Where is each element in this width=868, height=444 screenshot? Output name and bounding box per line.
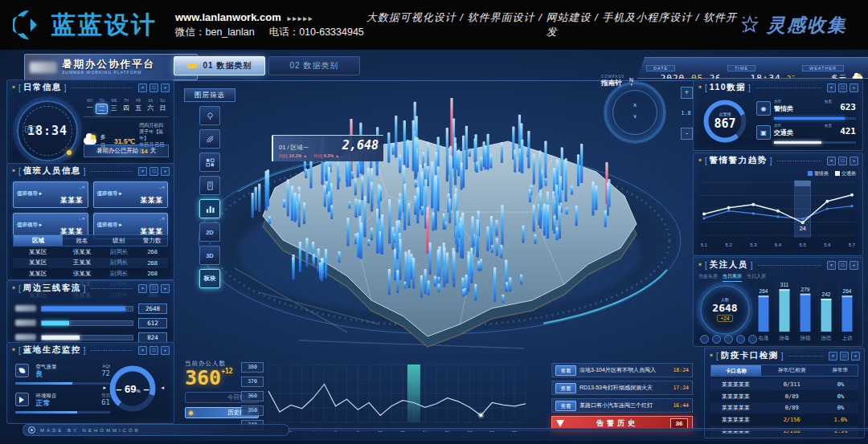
phone-number: 电话：010-63334945 [269,26,364,38]
weekday-cell[interactable]: SU日 [157,99,169,114]
window-icon[interactable]: □ [149,346,158,355]
expand-icon[interactable]: + [161,167,170,176]
svg-text:264: 264 [760,288,768,294]
weekday-cell[interactable]: MO一 [84,99,96,114]
focus-tab-当前在所[interactable]: 当前在所 [698,273,718,282]
window-icon[interactable]: □ [838,157,847,165]
duty-card[interactable]: 值班领导‥×某某某 [13,181,88,208]
table-row[interactable]: 某某区张某某副局长268 [13,246,168,258]
flow-bar-row: 612 [15,318,167,328]
grid-icon[interactable] [199,153,220,172]
bar-chart-icon[interactable] [199,199,220,218]
expand-icon[interactable]: + [850,261,858,270]
meridiem-label: PM [25,126,36,132]
signal-icon[interactable] [199,129,220,149]
office-line-chart: 0246810121416182022 [265,361,530,438]
panel-alarm-trend: ✶[ 警情警力趋势] ×□+ 警情类交通类 245.15.25.35.45.55… [693,153,863,256]
star-icon [739,14,760,35]
inspiration-collect[interactable]: 灵感收集 [739,13,847,38]
flow-bar-row: 824 [15,332,167,342]
table-row[interactable]: 某某区张某某副局长268 [13,268,168,279]
eco-gauge-value: – 69% – [109,365,156,412]
layer-button-3D[interactable]: 3D [199,246,220,265]
alert-row[interactable]: 查看RD13-53号灯杆烟感探测火灾17:24 [551,381,693,395]
expand-icon[interactable]: + [850,157,858,165]
svg-text:279: 279 [801,287,810,292]
close-icon[interactable]: × [138,84,147,92]
close-icon[interactable]: × [829,352,837,360]
close-icon[interactable]: ‥× [158,184,165,189]
y-tick: 370 [241,377,264,387]
duty-table-header: 区域姓名级别警力数 [13,234,168,246]
duty-card[interactable]: 值班领导‥×某某某 [93,181,169,208]
window-icon[interactable]: □ [840,352,849,360]
close-icon[interactable]: × [827,157,836,165]
panel-marker: ✶ [11,84,16,91]
police-type-value: 421 [840,126,856,136]
checkpoint-row[interactable]: 某某某某某0/3110% [710,379,858,390]
panel-title: 蓝地生态监控 [23,344,81,356]
checkpoint-row[interactable]: 某某某某某0/890% [710,402,858,413]
flow-bar-track [41,320,133,326]
window-icon[interactable]: □ [149,84,158,92]
layer-button-2D[interactable]: 2D [199,222,220,242]
zoom-in-button[interactable]: + [681,87,693,99]
expand-icon[interactable]: + [161,284,170,293]
checkpoint-rate: 1.6% [823,417,858,423]
layer-button-板块[interactable]: 板块 [199,269,220,288]
close-icon[interactable]: × [138,284,147,293]
legend-item: 交通类 [835,170,856,177]
duty-name: 某某某 [141,196,164,206]
location-icon[interactable] [199,106,220,125]
alert-row[interactable]: 查看湿地3-104片区有不明人员闯入18:24 [551,363,693,377]
close-icon[interactable]: ‥× [79,215,85,221]
alert-row[interactable]: 查看某路口有小汽车连闯三个红灯16:44 [551,398,693,413]
window-icon[interactable]: □ [838,261,847,270]
svg-text:在逃: 在逃 [759,335,770,340]
building-icon[interactable] [199,176,220,195]
tab-data-category-1[interactable]: 01 数据类别 [174,56,265,75]
flow-bar-row: 2648 [15,303,167,313]
compass-dial[interactable]: ∧ ∨ [604,82,665,143]
checkpoint-ratio: 2/156 [761,417,823,423]
checkpoint-row[interactable]: 某某某某某0/890% [710,391,858,402]
expand-icon[interactable]: + [161,84,170,92]
window-icon[interactable]: □ [149,167,158,176]
weekday-cell[interactable]: TU二 [96,99,108,114]
checkpoint-table-header: 卡口名称异常/已检测异常率 [710,365,858,377]
alarm-gauge: 总警情 867 [703,100,747,143]
cloud-icon [84,137,96,145]
view-button[interactable]: 查看 [555,401,576,411]
table-row[interactable]: 某某区王某某副局长268 [13,258,168,269]
weekday-cell[interactable]: TH四 [120,99,132,114]
close-icon[interactable]: × [138,167,147,176]
focus-tab-当日离所[interactable]: 当日离所 [723,273,742,282]
expand-icon[interactable]: + [850,84,858,92]
speaker-icon [15,393,29,406]
checkpoint-row[interactable]: 某某某某某2/1561.6% [710,414,858,426]
close-icon[interactable]: × [138,346,147,355]
weekday-cell[interactable]: SA六 [145,99,157,114]
close-icon[interactable]: ‥× [79,184,85,189]
view-button[interactable]: 查看 [555,383,576,393]
noise-progress [15,411,110,413]
services-list: 大数据可视化设计 / 软件界面设计 / 网站建设 / 手机及小程序设计 / 软件… [364,10,739,39]
window-icon[interactable]: □ [838,84,847,92]
svg-text:5.3: 5.3 [750,242,757,247]
zoom-out-button[interactable]: - [681,128,693,140]
noise-row: 环境噪音 正常 分贝 61 [15,393,110,413]
window-icon[interactable]: □ [149,284,158,293]
close-icon[interactable]: ‥× [158,215,165,221]
air-status: 良 [35,370,56,379]
expand-icon[interactable]: + [851,352,860,360]
weekday-cell[interactable]: FR五 [133,99,145,114]
view-button[interactable]: 查看 [555,365,576,376]
website-link[interactable]: www.lanlanwork.com [175,11,281,23]
close-icon[interactable]: × [827,261,836,270]
close-icon[interactable]: × [827,84,836,92]
checkpoint-rate: 0% [823,405,858,411]
weekday-cell[interactable]: WE三 [108,99,120,114]
tab-data-category-2[interactable]: 02 数据类别 [268,56,360,75]
expand-icon[interactable]: + [161,346,170,355]
trend-line-chart: 245.15.25.35.45.55.65.7 [698,177,858,253]
